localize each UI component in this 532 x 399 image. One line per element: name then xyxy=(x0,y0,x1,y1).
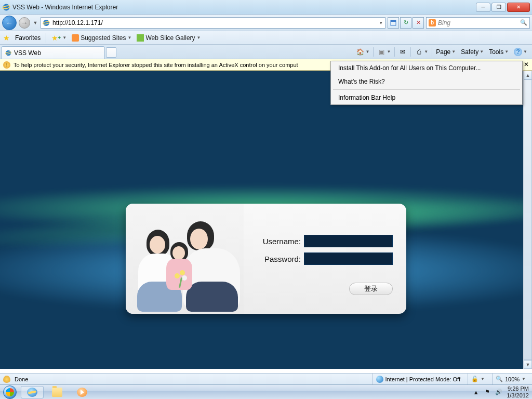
page-label: Page xyxy=(436,48,450,56)
page-menu[interactable]: Page ▼ xyxy=(434,47,457,57)
back-button[interactable]: ← xyxy=(2,16,17,30)
taskbar-wmp-button[interactable] xyxy=(71,386,94,398)
status-bar: Done Internet | Protected Mode: Off 🔓 ▼ … xyxy=(0,373,532,384)
read-mail-button[interactable]: ✉ xyxy=(397,47,408,57)
zoom-value: 100% xyxy=(505,376,520,382)
clock-time: 9:26 PM xyxy=(507,385,529,392)
maximize-button[interactable]: ❐ xyxy=(491,3,506,12)
tools-label: Tools xyxy=(489,48,503,56)
username-input[interactable] xyxy=(304,235,393,247)
zoom-control[interactable]: 🔍 100% ▼ xyxy=(492,374,529,384)
rss-icon: ▣ xyxy=(377,48,385,56)
folder-icon xyxy=(52,388,62,397)
search-bar[interactable]: b Bing 🔍 xyxy=(426,17,530,29)
start-button[interactable] xyxy=(0,385,20,400)
menu-info-bar-help[interactable]: Information Bar Help xyxy=(331,91,522,104)
compat-view-button[interactable] xyxy=(388,17,399,29)
favorites-label[interactable]: Favorites xyxy=(15,34,41,42)
status-text: Done xyxy=(15,376,28,382)
search-icon[interactable]: 🔍 xyxy=(520,19,527,26)
webslice-label: Web Slice Gallery xyxy=(145,34,195,42)
close-button[interactable]: ✕ xyxy=(507,3,530,12)
password-input[interactable] xyxy=(304,252,393,265)
vertical-scrollbar[interactable]: ▲ ▼ xyxy=(523,71,532,369)
tab-favicon xyxy=(5,49,12,57)
infobar-context-menu: Install This Add-on for All Users on Thi… xyxy=(330,61,523,105)
separator xyxy=(46,33,46,43)
print-button[interactable]: ⎙▼ xyxy=(413,47,430,57)
new-tab-button[interactable] xyxy=(106,47,116,58)
feeds-button[interactable]: ▣▼ xyxy=(376,47,392,57)
tab-active[interactable]: VSS Web xyxy=(1,46,105,59)
favorites-bar: ★ Favorites ★ + ▼ Suggested Sites ▼ Web … xyxy=(0,31,532,45)
refresh-button[interactable]: ↻ xyxy=(400,17,411,29)
zone-text: Internet | Protected Mode: Off xyxy=(385,376,461,382)
clock[interactable]: 9:26 PM 1/3/2012 xyxy=(507,385,529,398)
favorites-star-icon[interactable]: ★ xyxy=(3,34,10,42)
lock-icon: 🔓 xyxy=(471,376,478,382)
clock-date: 1/3/2012 xyxy=(507,392,529,398)
tools-menu[interactable]: Tools ▼ xyxy=(487,47,510,57)
home-button[interactable]: 🏠▼ xyxy=(354,47,371,57)
safety-menu[interactable]: Safety ▼ xyxy=(459,47,485,57)
login-panel: Username: Password: 登录 xyxy=(126,204,406,314)
search-placeholder: Bing xyxy=(438,19,518,26)
dropdown-icon: ▼ xyxy=(197,35,201,40)
taskbar-explorer-button[interactable] xyxy=(46,386,69,398)
status-shield-icon xyxy=(3,376,10,383)
suggested-label: Suggested Sites xyxy=(81,34,126,42)
command-bar: 🏠▼ ▣▼ ✉ ⎙▼ Page ▼ Safety ▼ Tools ▼ ?▼ xyxy=(354,45,531,59)
mail-icon: ✉ xyxy=(398,48,407,56)
show-hidden-icon[interactable]: ▲ xyxy=(472,389,480,395)
windows-orb-icon xyxy=(3,385,17,399)
home-icon: 🏠 xyxy=(356,48,364,56)
suggested-sites-link[interactable]: Suggested Sites ▼ xyxy=(72,34,131,42)
username-label: Username: xyxy=(257,237,301,246)
shield-icon: ! xyxy=(3,61,10,69)
tab-title: VSS Web xyxy=(14,49,41,57)
window-title: VSS Web - Windows Internet Explorer xyxy=(12,4,476,11)
svg-point-0 xyxy=(3,4,10,10)
scroll-down-button[interactable]: ▼ xyxy=(524,360,532,369)
address-dropdown[interactable]: ▾ xyxy=(378,18,384,28)
protected-mode-button[interactable]: 🔓 ▼ xyxy=(468,374,488,384)
suggested-icon xyxy=(72,34,79,42)
taskbar: ▲ ⚑ 🔊 9:26 PM 1/3/2012 xyxy=(0,384,532,399)
print-icon: ⎙ xyxy=(415,48,423,56)
address-input[interactable] xyxy=(52,19,376,26)
globe-icon xyxy=(376,376,383,383)
nav-history-dropdown[interactable]: ▼ xyxy=(32,18,38,28)
menu-whats-risk[interactable]: What's the Risk? xyxy=(331,75,522,88)
minimize-button[interactable]: ─ xyxy=(476,3,490,12)
help-icon: ? xyxy=(514,48,522,56)
forward-button[interactable]: → xyxy=(19,17,30,29)
page-content: Username: Password: 登录 ▲ ▼ xyxy=(0,71,532,369)
login-photo xyxy=(126,204,244,314)
scroll-thumb[interactable] xyxy=(524,79,532,360)
plus-icon: + xyxy=(58,35,61,41)
login-button[interactable]: 登录 xyxy=(349,283,393,295)
address-bar[interactable]: ▾ xyxy=(41,17,385,29)
volume-icon[interactable]: 🔊 xyxy=(495,389,502,395)
svg-rect-5 xyxy=(391,20,396,22)
help-button[interactable]: ?▼ xyxy=(512,47,529,57)
zoom-icon: 🔍 xyxy=(496,376,503,382)
web-slice-link[interactable]: Web Slice Gallery ▼ xyxy=(137,34,201,42)
security-zone[interactable]: Internet | Protected Mode: Off xyxy=(373,374,464,384)
dropdown-icon: ▼ xyxy=(62,35,66,40)
action-center-icon[interactable]: ⚑ xyxy=(484,389,491,395)
webslice-icon xyxy=(137,34,144,42)
tab-bar: VSS Web 🏠▼ ▣▼ ✉ ⎙▼ Page ▼ Safety ▼ Tools… xyxy=(0,45,532,59)
dropdown-icon: ▼ xyxy=(128,35,132,40)
login-form: Username: Password: 登录 xyxy=(244,204,406,314)
infobar-close-button[interactable]: ✕ xyxy=(523,61,530,68)
safety-label: Safety xyxy=(461,48,478,56)
ie-icon xyxy=(2,3,10,11)
menu-install-addon[interactable]: Install This Add-on for All Users on Thi… xyxy=(331,61,522,75)
taskbar-ie-button[interactable] xyxy=(21,386,44,398)
system-tray: ▲ ⚑ 🔊 9:26 PM 1/3/2012 xyxy=(469,385,532,398)
password-label: Password: xyxy=(257,255,301,263)
stop-button[interactable]: ✕ xyxy=(413,17,424,29)
scroll-up-button[interactable]: ▲ xyxy=(524,71,532,79)
add-favorite-button[interactable]: ★ + ▼ xyxy=(51,34,66,42)
